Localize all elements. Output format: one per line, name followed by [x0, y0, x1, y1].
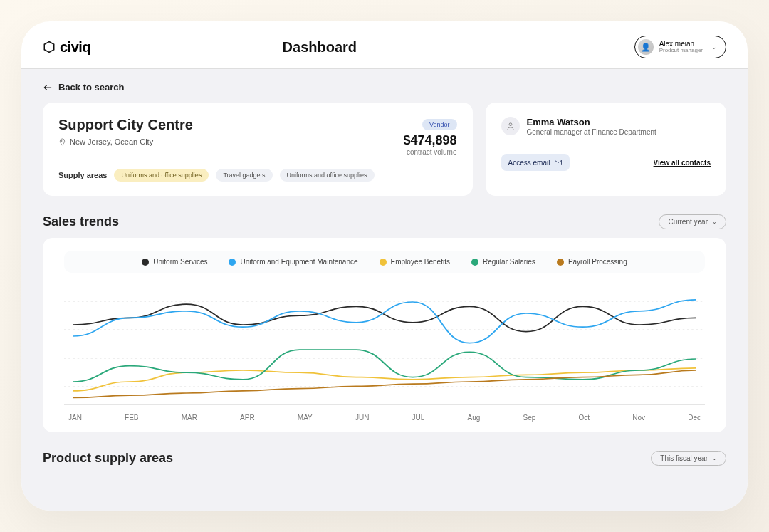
chevron-down-icon: ⌄	[712, 455, 717, 461]
dot-icon	[557, 259, 564, 266]
vendor-card: Support City Centre New Jersey, Ocean Ci…	[43, 103, 473, 196]
fiscal-year-select[interactable]: This fiscal year ⌄	[651, 451, 726, 466]
access-email-button[interactable]: Access email	[501, 154, 570, 171]
contact-name: Emma Watson	[527, 117, 656, 127]
supply-row: Supply areas Uniforms and office supplie…	[58, 169, 457, 182]
sales-trends-header: Sales trends Current year ⌄	[43, 214, 726, 229]
chevron-down-icon: ⌄	[711, 43, 717, 51]
back-to-search[interactable]: Back to search	[43, 82, 726, 93]
chevron-down-icon: ⌄	[712, 219, 717, 225]
legend-item: Employee Benefits	[380, 258, 450, 266]
svg-rect-1	[555, 160, 562, 165]
profile-menu[interactable]: 👤 Alex meian Prodcut manager ⌄	[634, 36, 726, 58]
contact-role: General manager at Finance Department	[527, 127, 656, 137]
view-all-contacts-link[interactable]: View all contacts	[654, 159, 711, 167]
topbar: civiq Dashboard 👤 Alex meian Prodcut man…	[21, 21, 748, 69]
line-chart	[64, 280, 705, 408]
chart-area: JANFEBMARAPRMAYJUNJULAugSepOctNovDec	[64, 280, 705, 422]
vendor-name: Support City Centre	[58, 117, 193, 133]
x-axis: JANFEBMARAPRMAYJUNJULAugSepOctNovDec	[64, 411, 705, 422]
supply-tag[interactable]: Uniforms and office supplies	[114, 169, 209, 182]
dot-icon	[380, 259, 387, 266]
pin-icon	[58, 138, 66, 146]
contract-amount-sub: contract volume	[403, 148, 456, 156]
profile-role: Prodcut manager	[659, 48, 703, 54]
app-panel: civiq Dashboard 👤 Alex meian Prodcut man…	[21, 21, 748, 511]
section-title: Product supply areas	[43, 451, 173, 466]
page-title: Dashboard	[21, 39, 634, 56]
dot-icon	[142, 259, 149, 266]
vendor-location: New Jersey, Ocean City	[58, 137, 193, 146]
contract-amount: $474,898	[403, 133, 456, 148]
page-body: Back to search Support City Centre New J…	[21, 69, 748, 511]
section-title: Sales trends	[43, 214, 119, 229]
dot-icon	[471, 259, 478, 266]
contact-card: Emma Watson General manager at Finance D…	[486, 103, 726, 196]
supply-tag[interactable]: Uniforms and office supplies	[280, 169, 375, 182]
person-icon	[501, 117, 520, 135]
legend-item: Regular Salaries	[471, 258, 535, 266]
dot-icon	[229, 259, 236, 266]
sales-trends-chart: Uniform Services Uniform and Equipment M…	[43, 238, 726, 432]
legend-item: Uniform Services	[142, 258, 207, 266]
legend-item: Uniform and Equipment Maintenance	[229, 258, 357, 266]
supply-label: Supply areas	[58, 171, 107, 179]
supply-tag[interactable]: Travel gadgets	[216, 169, 272, 182]
avatar: 👤	[638, 39, 654, 55]
year-select[interactable]: Current year ⌄	[659, 214, 726, 229]
svg-point-0	[509, 123, 512, 126]
vendor-badge: Vendor	[422, 119, 457, 130]
chart-legend: Uniform Services Uniform and Equipment M…	[64, 251, 705, 273]
mail-icon	[554, 158, 563, 167]
product-supply-header: Product supply areas This fiscal year ⌄	[43, 451, 726, 466]
summary-row: Support City Centre New Jersey, Ocean Ci…	[43, 103, 726, 196]
back-label: Back to search	[58, 82, 125, 93]
arrow-left-icon	[43, 83, 53, 93]
legend-item: Payroll Processing	[557, 258, 627, 266]
